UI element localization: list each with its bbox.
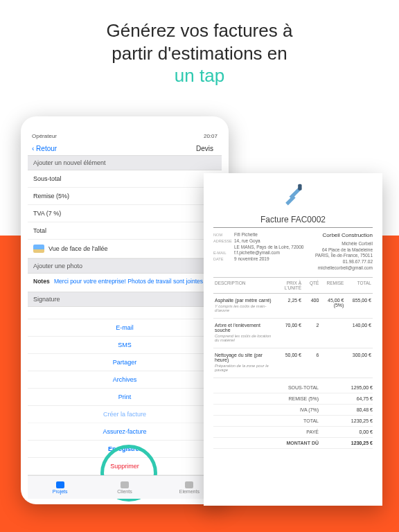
tab-clients[interactable]: Clients <box>92 476 157 499</box>
from-adr1: 14, rue Goya <box>234 238 260 243</box>
total-row: IVA (7%)80,48 € <box>213 405 373 416</box>
row-total: Total <box>28 222 222 240</box>
hero-accent: un tap <box>175 65 224 86</box>
svg-rect-0 <box>298 184 301 190</box>
photo-row[interactable]: Vue de face de l'allée <box>28 240 222 258</box>
add-element-header[interactable]: Ajouter un nouvel élément <box>28 155 222 170</box>
photo-caption: Vue de face de l'allée <box>48 245 107 252</box>
projets-icon <box>56 481 64 488</box>
email-button[interactable]: E-mail <box>28 319 222 337</box>
from-date: 9 novembre 2019 <box>234 256 269 261</box>
to-company: Corbeil Construction <box>315 232 373 240</box>
create-invoice-button[interactable]: Créer la facture <box>28 406 222 423</box>
clients-icon <box>121 481 129 488</box>
to-adr1: 64 Place de la Madeleine <box>315 247 373 254</box>
tools-icon <box>281 183 305 208</box>
total-label: Total <box>33 227 46 234</box>
photo-thumb-icon <box>33 245 44 253</box>
total-row: MONTANT DÛ1230,25 € <box>213 438 373 449</box>
invoice-row: Nettoyage du site (par heure)Préparation… <box>213 348 373 378</box>
status-bar: Opérateur 20:07 <box>28 133 222 142</box>
invoice-sheet: Facture FAC0002 NOMFifi Pichette ADRESSE… <box>204 173 382 506</box>
invoice-row: Arbre et l'enlèvement soucheComprend les… <box>213 319 373 348</box>
hero-headline: Générez vos factures à partir d'estimati… <box>0 0 399 97</box>
notes-text: Merci pour votre entreprise! Photos de t… <box>54 278 208 285</box>
share-button[interactable]: Partager <box>28 354 222 371</box>
notes-row[interactable]: Notes Merci pour votre entreprise! Photo… <box>28 274 222 292</box>
from-adr-label: ADRESSE <box>213 239 234 245</box>
from-block: NOMFifi Pichette ADRESSE14, rue Goya LE … <box>213 232 303 272</box>
sms-button[interactable]: SMS <box>28 337 222 354</box>
from-nom: Fifi Pichette <box>234 232 258 237</box>
total-row: TOTAL1230,25 € <box>213 416 373 427</box>
tablet-mock: Opérateur 20:07 ‹ Retour Devis Ajouter u… <box>21 116 229 504</box>
col-discount: REMISE <box>320 281 345 290</box>
invoice-logo <box>213 183 373 209</box>
invoice-title: Facture FAC0002 <box>213 215 373 228</box>
col-description: DESCRIPTION <box>213 281 275 290</box>
subtotal-label: Sous-total <box>33 175 62 182</box>
signature-header[interactable]: Signature <box>28 292 222 307</box>
delete-button[interactable]: Supprimer <box>28 458 222 475</box>
row-discount: Remise (5%) <box>28 188 222 205</box>
save-button[interactable]: Enregistrer <box>28 441 222 458</box>
tab-projets[interactable]: Projets <box>28 476 92 499</box>
row-subtotal: Sous-total <box>28 170 222 188</box>
discount-label: Remise (5%) <box>33 193 69 200</box>
to-name: Michèle Corbeil <box>315 241 373 247</box>
back-button[interactable]: ‹ Retour <box>32 145 57 152</box>
address-block: NOMFifi Pichette ADRESSE14, rue Goya LE … <box>213 232 373 272</box>
from-eml-label: E-MAIL <box>213 251 234 256</box>
invoice-row: Asphalte (par mètre carré)Y compris les … <box>213 294 373 319</box>
nav-title: Devis <box>57 145 218 152</box>
total-row: PAYÉ0,00 € <box>213 427 373 438</box>
notes-label: Notes <box>33 278 50 285</box>
to-phone: 01.98.67.77.02 <box>315 259 373 265</box>
from-adr2: LE MANS, Pays de la Loire, 72000 <box>234 245 303 249</box>
print-button[interactable]: Print <box>28 389 222 406</box>
signature-pad[interactable] <box>28 307 222 319</box>
tab-elements-label: Elements <box>179 489 200 494</box>
hero-line2: partir d'estimations en <box>112 43 287 64</box>
to-email: michellecorbeil@gmail.com <box>315 265 373 272</box>
tab-projets-label: Projets <box>53 489 68 494</box>
tab-bar: Projets Clients Elements <box>28 475 222 499</box>
row-tva: TVA (7 %) <box>28 205 222 222</box>
from-nom-label: NOM <box>213 233 234 238</box>
invoice-totals: SOUS-TOTAL1295,00 €REMISE (5%)64,75 €IVA… <box>213 382 373 449</box>
total-row: SOUS-TOTAL1295,00 € <box>213 382 373 393</box>
invoice-table-head: DESCRIPTION PRIX À L'UNITÉ QTÉ REMISE TO… <box>213 277 373 294</box>
add-photo-button[interactable]: Ajouter une photo <box>28 258 222 274</box>
col-qty: QTÉ <box>303 281 320 290</box>
archive-button[interactable]: Archives <box>28 371 222 389</box>
tab-clients-label: Clients <box>117 489 132 494</box>
nav-bar: ‹ Retour Devis <box>28 142 222 155</box>
col-unit-price: PRIX À L'UNITÉ <box>275 281 303 290</box>
status-time: 20:07 <box>204 133 218 139</box>
elements-icon <box>185 481 193 488</box>
to-block: Corbeil Construction Michèle Corbeil 64 … <box>315 232 373 272</box>
carrier-label: Opérateur <box>32 133 57 139</box>
to-adr2: PARIS, Île-de-France, 75011 <box>315 253 373 259</box>
assure-invoice-button[interactable]: Assurez-facture <box>28 423 222 441</box>
from-eml: f.f.pichette@ymail.com <box>234 250 280 255</box>
total-row: REMISE (5%)64,75 € <box>213 393 373 405</box>
invoice-table-body: Asphalte (par mètre carré)Y compris les … <box>213 294 373 378</box>
col-total: TOTAL <box>345 281 373 290</box>
hero-line1: Générez vos factures à <box>107 20 293 41</box>
tva-label: TVA (7 %) <box>33 210 61 217</box>
back-label: Retour <box>36 145 57 152</box>
from-date-label: DATE <box>213 257 234 263</box>
